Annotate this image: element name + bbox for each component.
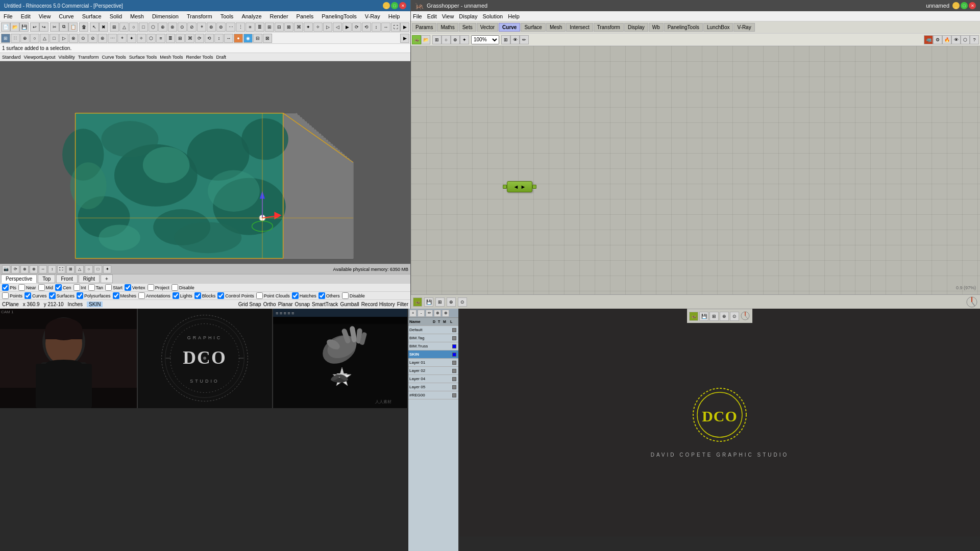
snap-others[interactable]: Others	[318, 292, 340, 299]
tb2-btn-23[interactable]: ↕	[214, 34, 224, 43]
snap-disable[interactable]: Disable	[172, 284, 194, 291]
tb-expand[interactable]: ▶	[400, 22, 409, 32]
tb-btn-14[interactable]: ⋮	[236, 22, 245, 32]
snap-polysurfaces[interactable]: Polysurfaces	[77, 292, 111, 299]
gh-tb-snap[interactable]: ⊞	[501, 35, 510, 44]
gh-tab-display[interactable]: Display	[624, 23, 648, 32]
gh-tb-3[interactable]: ⊕	[451, 35, 460, 44]
gh-bottom-tb-1[interactable]: 🦗	[413, 297, 422, 307]
tb-btn-1[interactable]: ⊞	[110, 22, 119, 32]
menu-help[interactable]: Help	[387, 13, 402, 19]
tb-btn-2[interactable]: △	[119, 22, 129, 32]
tb-btn-25[interactable]: ▶	[342, 22, 352, 32]
snap-project[interactable]: Project	[148, 284, 169, 291]
tb-btn-24[interactable]: ◁	[333, 22, 342, 32]
tb2-btn-10[interactable]: ⊘	[88, 34, 97, 43]
gh-bc-2[interactable]: 💾	[699, 312, 708, 321]
tb-btn-3[interactable]: ○	[129, 22, 138, 32]
subtab-viewport[interactable]: ViewportLayout	[24, 55, 56, 60]
tb2-btn-8[interactable]: ⊗	[69, 34, 78, 43]
gh-tb-help[interactable]: ?	[970, 35, 979, 44]
gh-tb-wire[interactable]: ⬡	[961, 35, 970, 44]
gh-tb-1[interactable]: ⊞	[432, 35, 442, 44]
gh-tb-preview2[interactable]: 👁	[951, 35, 961, 44]
status-recordhistory[interactable]: Record History	[361, 302, 395, 307]
tb2-btn-26[interactable]: ◉	[243, 34, 253, 43]
tb-copy[interactable]: ⧉	[59, 22, 68, 32]
layer-reg00[interactable]: #REG00	[408, 391, 458, 399]
tb-select[interactable]: ↖	[90, 22, 99, 32]
tb2-btn-22[interactable]: ⟲	[205, 34, 214, 43]
subtab-transform[interactable]: Transform	[78, 55, 99, 60]
vp-tb-8[interactable]: ⊞	[66, 265, 75, 273]
subtab-render[interactable]: Render Tools	[186, 55, 213, 60]
gh-tab-intersect[interactable]: Intersect	[566, 23, 593, 32]
tb2-btn-13[interactable]: ⌖	[117, 34, 127, 43]
gh-tb-new[interactable]: 🦗	[412, 35, 421, 44]
layer-bimtruss[interactable]: BIM.Truss	[408, 342, 458, 350]
tb-btn-15[interactable]: ≡	[246, 22, 255, 32]
tb2-btn-11[interactable]: ⊛	[98, 34, 107, 43]
subtab-curve[interactable]: Curve Tools	[102, 55, 126, 60]
viewport-tab-add[interactable]: +	[101, 274, 113, 283]
tb-save[interactable]: 💾	[19, 22, 29, 32]
vp-tb-11[interactable]: □	[94, 265, 102, 273]
gh-menu-edit[interactable]: Edit	[427, 13, 437, 19]
tb-btn-8[interactable]: ⊙	[178, 22, 187, 32]
gh-tab-params[interactable]: Params	[412, 23, 436, 32]
tb-btn-20[interactable]: ⌘	[294, 22, 303, 32]
status-gridsnap[interactable]: Grid Snap	[238, 302, 261, 307]
gh-tb-4[interactable]: ✦	[460, 35, 469, 44]
gh-node-curve[interactable]: ◄ ►	[503, 181, 536, 192]
snap-curves[interactable]: Curves	[24, 292, 47, 299]
gh-tb-preview[interactable]: 👁	[510, 35, 520, 44]
tb2-btn-6[interactable]: □	[50, 34, 59, 43]
tb2-btn-7[interactable]: ▷	[59, 34, 68, 43]
layer-02[interactable]: Layer 02	[408, 367, 458, 375]
gh-tab-vray[interactable]: V-Ray	[733, 23, 754, 32]
tb-undo[interactable]: ↩	[30, 22, 39, 32]
rhino-viewport[interactable]: Perspective www.rrcg.cn 人人素材社区 人人素材社区	[0, 61, 410, 274]
tb-cut[interactable]: ✂	[50, 22, 59, 32]
gh-bottom-tb-3[interactable]: ⊞	[435, 297, 445, 307]
tb-btn-29[interactable]: ↔	[381, 22, 390, 32]
snap-start[interactable]: Start	[105, 284, 122, 291]
gh-close[interactable]: ✕	[969, 2, 976, 9]
gh-tab-sets[interactable]: Sets	[459, 23, 476, 32]
tb-redo[interactable]: ↪	[39, 22, 48, 32]
tb2-btn-19[interactable]: ⊞	[176, 34, 185, 43]
vp-tb-9[interactable]: △	[76, 265, 84, 273]
gh-node-body[interactable]: ◄ ►	[507, 181, 532, 192]
snap-meshes[interactable]: Meshes	[113, 292, 137, 299]
gh-minimize[interactable]: _	[952, 2, 960, 9]
snap-ptclouds[interactable]: Point Clouds	[256, 292, 290, 299]
tb-btn-13[interactable]: ⋯	[226, 22, 235, 32]
gh-tb-draw[interactable]: ✏	[520, 35, 529, 44]
tb-delete[interactable]: 🗑	[79, 22, 88, 32]
gh-tb-open[interactable]: 📂	[421, 35, 430, 44]
gh-zoom-select[interactable]: 100% 75% 50% 150%	[471, 35, 499, 44]
tb-btn-16[interactable]: ≣	[255, 22, 264, 32]
viewport-tab-front[interactable]: Front	[56, 274, 77, 283]
tb2-btn-18[interactable]: ≣	[166, 34, 175, 43]
tb-btn-27[interactable]: ⟲	[362, 22, 371, 32]
snap-blocks[interactable]: Blocks	[194, 292, 216, 299]
menu-mesh[interactable]: Mesh	[129, 13, 145, 19]
tb2-btn-27[interactable]: ⊟	[253, 34, 262, 43]
viewport-tab-right[interactable]: Right	[79, 274, 100, 283]
tb2-expand[interactable]: ▶	[400, 34, 409, 43]
tb2-btn-9[interactable]: ⊙	[79, 34, 88, 43]
gh-bc-4[interactable]: ⊕	[720, 312, 729, 321]
vp-tb-1[interactable]: 📷	[2, 265, 10, 273]
layer-04[interactable]: Layer 04	[408, 375, 458, 383]
snap-mid[interactable]: Mid	[38, 284, 54, 291]
tb2-btn-16[interactable]: ⬡	[146, 34, 156, 43]
tb-btn-11[interactable]: ⊛	[207, 22, 216, 32]
viewport-tab-perspective[interactable]: Perspective	[1, 274, 37, 283]
tb2-btn-2[interactable]: ∷	[11, 34, 20, 43]
gh-bc-5[interactable]: ⊙	[730, 312, 739, 321]
menu-edit[interactable]: Edit	[19, 13, 32, 19]
subtab-standard[interactable]: Standard	[2, 55, 21, 60]
tb-btn-6[interactable]: ⊕	[158, 22, 167, 32]
gh-bottom-tb-5[interactable]: ⊙	[458, 297, 467, 307]
